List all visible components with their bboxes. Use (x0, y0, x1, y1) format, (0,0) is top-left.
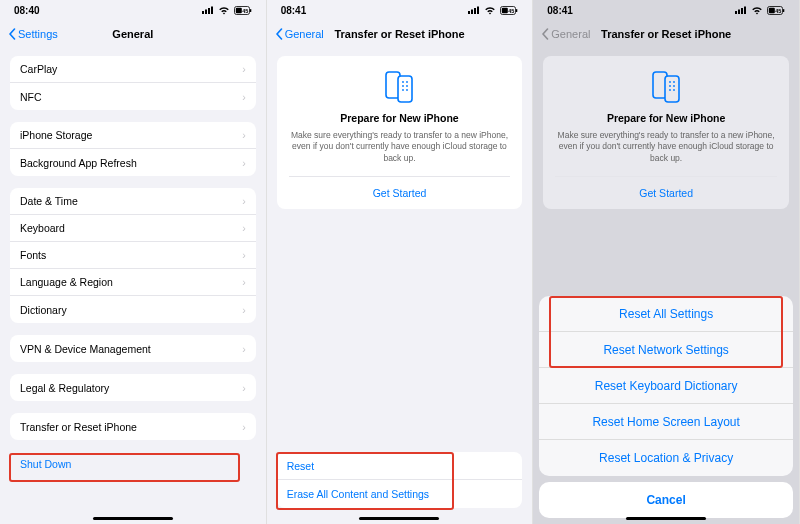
nav-back-label: General (285, 28, 324, 40)
screen-general-settings: 08:40 45 Settings General CarPlay› NFC› … (0, 0, 267, 524)
nav-bar: Settings General (0, 20, 266, 48)
prepare-title: Prepare for New iPhone (555, 112, 777, 124)
nav-back-button: General (541, 28, 590, 40)
shut-down-button[interactable]: Shut Down (10, 452, 256, 470)
svg-rect-25 (738, 10, 740, 15)
svg-point-37 (673, 85, 675, 87)
cellular-signal-icon (468, 6, 480, 14)
row-label: Legal & Regulatory (20, 382, 109, 394)
status-time: 08:40 (14, 5, 40, 16)
home-indicator[interactable] (626, 517, 706, 520)
row-label: Fonts (20, 249, 46, 261)
svg-rect-30 (783, 9, 784, 12)
status-indicators: 45 (735, 6, 785, 15)
status-indicators: 45 (468, 6, 518, 15)
group-storage: iPhone Storage› Background App Refresh› (10, 122, 256, 176)
two-phones-icon (289, 70, 511, 104)
home-indicator[interactable] (93, 517, 173, 520)
chevron-left-icon (541, 28, 549, 40)
row-label: Dictionary (20, 304, 67, 316)
group-legal: Legal & Regulatory› (10, 374, 256, 401)
prepare-description: Make sure everything's ready to transfer… (555, 130, 777, 164)
wifi-icon (751, 6, 763, 15)
svg-text:45: 45 (509, 7, 515, 13)
row-date-time[interactable]: Date & Time› (10, 188, 256, 215)
reset-home-screen-layout-option[interactable]: Reset Home Screen Layout (539, 404, 793, 440)
nav-bar: General Transfer or Reset iPhone (533, 20, 799, 48)
svg-point-35 (673, 81, 675, 83)
nav-back-button[interactable]: General (275, 28, 324, 40)
status-time: 08:41 (547, 5, 573, 16)
status-indicators: 45 (202, 6, 252, 15)
reset-options-group: Reset Erase All Content and Settings (277, 452, 523, 508)
row-label: Date & Time (20, 195, 78, 207)
battery-icon: 45 (500, 6, 518, 15)
reset-all-settings-option[interactable]: Reset All Settings (539, 296, 793, 332)
svg-rect-27 (744, 7, 746, 15)
group-reset: Transfer or Reset iPhone› (10, 413, 256, 440)
settings-content: CarPlay› NFC› iPhone Storage› Background… (0, 56, 266, 470)
group-locale: Date & Time› Keyboard› Fonts› Language &… (10, 188, 256, 323)
row-label: NFC (20, 91, 42, 103)
chevron-right-icon: › (242, 195, 246, 207)
svg-point-39 (673, 89, 675, 91)
row-background-app-refresh[interactable]: Background App Refresh› (10, 149, 256, 176)
prepare-for-new-iphone-card: Prepare for New iPhone Make sure everyth… (543, 56, 789, 209)
svg-point-22 (403, 89, 405, 91)
svg-rect-8 (468, 11, 470, 14)
svg-text:45: 45 (775, 7, 781, 13)
screen-transfer-or-reset: 08:41 45 General Transfer or Reset iPhon… (267, 0, 534, 524)
status-bar: 08:41 45 (267, 0, 533, 20)
nav-back-label: General (551, 28, 590, 40)
svg-rect-1 (205, 10, 207, 15)
row-fonts[interactable]: Fonts› (10, 242, 256, 269)
svg-rect-9 (471, 10, 473, 15)
svg-point-21 (407, 85, 409, 87)
row-transfer-or-reset-iphone[interactable]: Transfer or Reset iPhone› (10, 413, 256, 440)
chevron-right-icon: › (242, 129, 246, 141)
svg-text:45: 45 (242, 7, 248, 13)
cellular-signal-icon (735, 6, 747, 14)
row-dictionary[interactable]: Dictionary› (10, 296, 256, 323)
row-vpn-device-management[interactable]: VPN & Device Management› (10, 335, 256, 362)
reset-button[interactable]: Reset (277, 452, 523, 480)
get-started-button[interactable]: Get Started (289, 176, 511, 209)
chevron-right-icon: › (242, 157, 246, 169)
nav-back-label: Settings (18, 28, 58, 40)
row-nfc[interactable]: NFC› (10, 83, 256, 110)
svg-point-19 (407, 81, 409, 83)
status-time: 08:41 (281, 5, 307, 16)
nav-back-button[interactable]: Settings (8, 28, 58, 40)
row-legal-regulatory[interactable]: Legal & Regulatory› (10, 374, 256, 401)
row-language-region[interactable]: Language & Region› (10, 269, 256, 296)
reset-location-privacy-option[interactable]: Reset Location & Privacy (539, 440, 793, 476)
group-vpn: VPN & Device Management› (10, 335, 256, 362)
chevron-right-icon: › (242, 421, 246, 433)
row-keyboard[interactable]: Keyboard› (10, 215, 256, 242)
erase-all-content-button[interactable]: Erase All Content and Settings (277, 480, 523, 508)
status-bar: 08:41 45 (533, 0, 799, 20)
nav-title: General (112, 28, 153, 40)
row-label: Erase All Content and Settings (287, 488, 429, 500)
action-sheet: Reset All Settings Reset Network Setting… (539, 296, 793, 518)
status-bar: 08:40 45 (0, 0, 266, 20)
screen-reset-actionsheet: 08:41 45 General Transfer or Reset iPhon… (533, 0, 800, 524)
chevron-right-icon: › (242, 91, 246, 103)
reset-keyboard-dictionary-option[interactable]: Reset Keyboard Dictionary (539, 368, 793, 404)
prepare-title: Prepare for New iPhone (289, 112, 511, 124)
svg-rect-17 (398, 76, 412, 102)
chevron-right-icon: › (242, 63, 246, 75)
svg-point-36 (669, 85, 671, 87)
chevron-left-icon (275, 28, 283, 40)
get-started-button: Get Started (555, 176, 777, 209)
reset-network-settings-option[interactable]: Reset Network Settings (539, 332, 793, 368)
cancel-button[interactable]: Cancel (539, 482, 793, 518)
svg-rect-2 (208, 8, 210, 14)
home-indicator[interactable] (359, 517, 439, 520)
row-iphone-storage[interactable]: iPhone Storage› (10, 122, 256, 149)
row-label: Language & Region (20, 276, 113, 288)
svg-rect-33 (665, 76, 679, 102)
wifi-icon (218, 6, 230, 15)
row-carplay[interactable]: CarPlay› (10, 56, 256, 83)
svg-rect-26 (741, 8, 743, 14)
